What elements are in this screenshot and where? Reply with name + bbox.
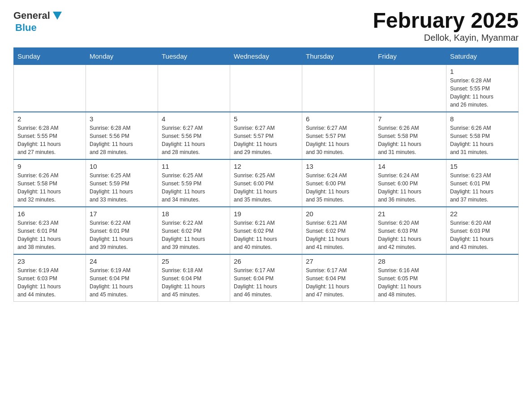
day-number: 3 — [90, 115, 154, 123]
calendar-week-row: 9Sunrise: 6:26 AMSunset: 5:58 PMDaylight… — [14, 159, 519, 207]
calendar-header-monday: Monday — [86, 47, 158, 64]
calendar-header-tuesday: Tuesday — [158, 47, 230, 64]
day-number: 27 — [306, 257, 370, 265]
day-info: Sunrise: 6:27 AMSunset: 5:57 PMDaylight:… — [306, 124, 370, 156]
day-info: Sunrise: 6:16 AMSunset: 6:05 PMDaylight:… — [378, 266, 442, 299]
day-info: Sunrise: 6:26 AMSunset: 5:58 PMDaylight:… — [450, 124, 515, 156]
calendar-cell: 17Sunrise: 6:22 AMSunset: 6:01 PMDayligh… — [86, 207, 158, 254]
calendar-cell: 27Sunrise: 6:17 AMSunset: 6:04 PMDayligh… — [302, 254, 374, 302]
calendar-cell: 5Sunrise: 6:27 AMSunset: 5:57 PMDaylight… — [230, 112, 302, 159]
calendar-cell: 12Sunrise: 6:25 AMSunset: 6:00 PMDayligh… — [230, 159, 302, 207]
day-info: Sunrise: 6:25 AMSunset: 5:59 PMDaylight:… — [162, 171, 226, 204]
day-number: 8 — [450, 115, 515, 123]
day-info: Sunrise: 6:24 AMSunset: 6:00 PMDaylight:… — [306, 171, 370, 204]
day-info: Sunrise: 6:21 AMSunset: 6:02 PMDaylight:… — [306, 219, 370, 251]
day-info: Sunrise: 6:27 AMSunset: 5:56 PMDaylight:… — [162, 124, 226, 156]
calendar-cell — [302, 64, 374, 112]
calendar-cell: 18Sunrise: 6:22 AMSunset: 6:02 PMDayligh… — [158, 207, 230, 254]
day-number: 7 — [378, 115, 442, 123]
day-number: 13 — [306, 163, 370, 170]
day-info: Sunrise: 6:20 AMSunset: 6:03 PMDaylight:… — [450, 219, 515, 251]
day-number: 18 — [162, 210, 226, 218]
calendar-week-row: 2Sunrise: 6:28 AMSunset: 5:55 PMDaylight… — [14, 112, 519, 159]
calendar-cell: 14Sunrise: 6:24 AMSunset: 6:00 PMDayligh… — [374, 159, 446, 207]
day-info: Sunrise: 6:28 AMSunset: 5:55 PMDaylight:… — [450, 77, 515, 109]
calendar-cell: 9Sunrise: 6:26 AMSunset: 5:58 PMDaylight… — [14, 159, 86, 207]
calendar-cell: 19Sunrise: 6:21 AMSunset: 6:02 PMDayligh… — [230, 207, 302, 254]
day-number: 4 — [162, 115, 226, 123]
day-number: 17 — [90, 210, 154, 218]
calendar-week-row: 23Sunrise: 6:19 AMSunset: 6:03 PMDayligh… — [14, 254, 519, 302]
day-number: 2 — [17, 115, 82, 123]
calendar-cell: 24Sunrise: 6:19 AMSunset: 6:04 PMDayligh… — [86, 254, 158, 302]
day-number: 21 — [378, 210, 442, 218]
calendar-cell: 16Sunrise: 6:23 AMSunset: 6:01 PMDayligh… — [14, 207, 86, 254]
calendar-cell: 7Sunrise: 6:26 AMSunset: 5:58 PMDaylight… — [374, 112, 446, 159]
calendar-cell: 20Sunrise: 6:21 AMSunset: 6:02 PMDayligh… — [302, 207, 374, 254]
calendar-table: SundayMondayTuesdayWednesdayThursdayFrid… — [13, 47, 519, 302]
day-info: Sunrise: 6:19 AMSunset: 6:03 PMDaylight:… — [17, 266, 82, 299]
day-info: Sunrise: 6:25 AMSunset: 6:00 PMDaylight:… — [234, 171, 298, 204]
day-info: Sunrise: 6:24 AMSunset: 6:00 PMDaylight:… — [378, 171, 442, 204]
day-number: 11 — [162, 163, 226, 170]
calendar-header-thursday: Thursday — [302, 47, 374, 64]
day-number: 26 — [234, 257, 298, 265]
logo-text-blue: Blue — [15, 22, 64, 33]
calendar-cell — [86, 64, 158, 112]
calendar-cell — [230, 64, 302, 112]
day-info: Sunrise: 6:23 AMSunset: 6:01 PMDaylight:… — [450, 171, 515, 204]
day-info: Sunrise: 6:25 AMSunset: 5:59 PMDaylight:… — [90, 171, 154, 204]
day-number: 28 — [378, 257, 442, 265]
calendar-header-wednesday: Wednesday — [230, 47, 302, 64]
calendar-cell — [158, 64, 230, 112]
day-info: Sunrise: 6:23 AMSunset: 6:01 PMDaylight:… — [17, 219, 82, 251]
calendar-header-saturday: Saturday — [446, 47, 519, 64]
calendar-cell: 25Sunrise: 6:18 AMSunset: 6:04 PMDayligh… — [158, 254, 230, 302]
svg-marker-0 — [53, 12, 62, 20]
calendar-header-friday: Friday — [374, 47, 446, 64]
calendar-cell: 13Sunrise: 6:24 AMSunset: 6:00 PMDayligh… — [302, 159, 374, 207]
day-number: 9 — [17, 163, 82, 170]
calendar-cell: 6Sunrise: 6:27 AMSunset: 5:57 PMDaylight… — [302, 112, 374, 159]
calendar-cell: 8Sunrise: 6:26 AMSunset: 5:58 PMDaylight… — [446, 112, 519, 159]
day-info: Sunrise: 6:19 AMSunset: 6:04 PMDaylight:… — [90, 266, 154, 299]
day-number: 20 — [306, 210, 370, 218]
day-number: 16 — [17, 210, 82, 218]
calendar-cell: 1Sunrise: 6:28 AMSunset: 5:55 PMDaylight… — [446, 64, 519, 112]
calendar-cell: 3Sunrise: 6:28 AMSunset: 5:56 PMDaylight… — [86, 112, 158, 159]
day-info: Sunrise: 6:26 AMSunset: 5:58 PMDaylight:… — [17, 171, 82, 204]
day-number: 19 — [234, 210, 298, 218]
calendar-cell: 26Sunrise: 6:17 AMSunset: 6:04 PMDayligh… — [230, 254, 302, 302]
day-number: 10 — [90, 163, 154, 170]
calendar-cell: 28Sunrise: 6:16 AMSunset: 6:05 PMDayligh… — [374, 254, 446, 302]
calendar-header-sunday: Sunday — [14, 47, 86, 64]
day-number: 1 — [450, 68, 515, 75]
calendar-cell: 11Sunrise: 6:25 AMSunset: 5:59 PMDayligh… — [158, 159, 230, 207]
calendar-cell: 22Sunrise: 6:20 AMSunset: 6:03 PMDayligh… — [446, 207, 519, 254]
day-number: 23 — [17, 257, 82, 265]
calendar-cell — [374, 64, 446, 112]
day-number: 22 — [450, 210, 515, 218]
page-header: General Blue February 2025 Dellok, Kayin… — [13, 9, 519, 43]
day-number: 25 — [162, 257, 226, 265]
day-info: Sunrise: 6:18 AMSunset: 6:04 PMDaylight:… — [162, 266, 226, 299]
day-number: 12 — [234, 163, 298, 170]
day-info: Sunrise: 6:17 AMSunset: 6:04 PMDaylight:… — [306, 266, 370, 299]
day-info: Sunrise: 6:22 AMSunset: 6:01 PMDaylight:… — [90, 219, 154, 251]
logo: General Blue — [13, 9, 64, 33]
day-info: Sunrise: 6:22 AMSunset: 6:02 PMDaylight:… — [162, 219, 226, 251]
day-info: Sunrise: 6:27 AMSunset: 5:57 PMDaylight:… — [234, 124, 298, 156]
day-info: Sunrise: 6:28 AMSunset: 5:55 PMDaylight:… — [17, 124, 82, 156]
calendar-cell — [14, 64, 86, 112]
calendar-subtitle: Dellok, Kayin, Myanmar — [373, 33, 519, 43]
logo-icon — [51, 10, 64, 22]
day-info: Sunrise: 6:28 AMSunset: 5:56 PMDaylight:… — [90, 124, 154, 156]
logo-text-general: General — [13, 10, 50, 21]
day-number: 24 — [90, 257, 154, 265]
day-info: Sunrise: 6:26 AMSunset: 5:58 PMDaylight:… — [378, 124, 442, 156]
calendar-header-row: SundayMondayTuesdayWednesdayThursdayFrid… — [14, 47, 519, 64]
calendar-cell — [446, 254, 519, 302]
calendar-cell: 15Sunrise: 6:23 AMSunset: 6:01 PMDayligh… — [446, 159, 519, 207]
calendar-week-row: 16Sunrise: 6:23 AMSunset: 6:01 PMDayligh… — [14, 207, 519, 254]
day-info: Sunrise: 6:17 AMSunset: 6:04 PMDaylight:… — [234, 266, 298, 299]
